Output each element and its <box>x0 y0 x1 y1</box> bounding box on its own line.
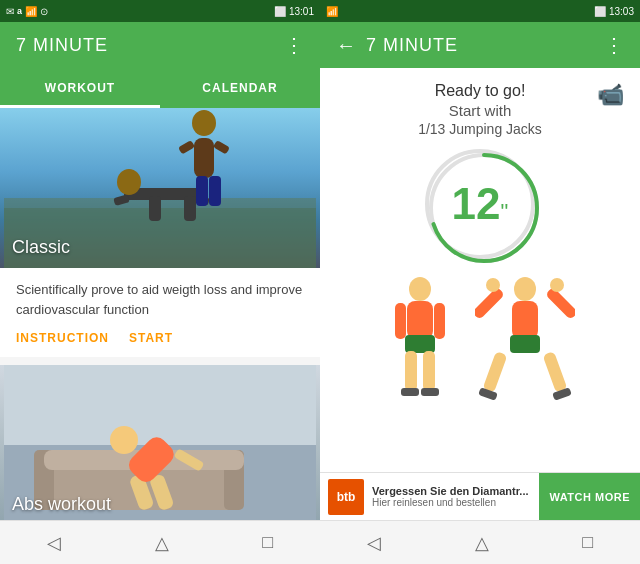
left-home-button[interactable]: △ <box>155 532 169 554</box>
right-home-button[interactable]: △ <box>475 532 489 554</box>
left-tab-bar: WORKOUT CALENDAR <box>0 68 320 108</box>
right-status-right: ⬜ 13:03 <box>594 6 634 17</box>
right-app-bar-left: ← 7 MINUTE <box>336 34 458 57</box>
svg-point-3 <box>117 169 141 195</box>
svg-point-46 <box>550 278 564 292</box>
svg-rect-30 <box>434 303 445 339</box>
timer-svg <box>425 149 543 267</box>
watch-more-button[interactable]: WATCH MORE <box>539 473 640 520</box>
svg-rect-34 <box>401 388 419 396</box>
right-workout-content: 📹 Ready to go! Start with 1/13 Jumping J… <box>320 68 640 472</box>
svg-point-27 <box>409 277 431 301</box>
classic-description: Scientifically prove to aid weigth loss … <box>0 268 320 327</box>
svg-point-23 <box>110 426 138 454</box>
right-back-button[interactable]: ◁ <box>367 532 381 554</box>
svg-rect-31 <box>405 335 435 353</box>
back-arrow-button[interactable]: ← <box>336 34 356 57</box>
svg-rect-39 <box>545 287 575 320</box>
amazon-icon: a <box>17 6 22 16</box>
svg-rect-11 <box>213 140 230 154</box>
abs-workout-card: Abs workout Get sexy flat and firm abdom… <box>0 365 320 520</box>
left-content: Classic Scientifically prove to aid weig… <box>0 108 320 520</box>
right-nav-bar: ◁ △ □ <box>320 520 640 564</box>
right-time: 13:03 <box>609 6 634 17</box>
start-with-text: Start with <box>449 102 512 119</box>
svg-rect-38 <box>475 287 505 320</box>
ad-banner: btb Vergessen Sie den Diamantr... Hier r… <box>320 472 640 520</box>
right-menu-button[interactable]: □ <box>582 532 593 553</box>
left-time: 13:01 <box>289 6 314 17</box>
classic-actions: INSTRUCTION START <box>0 327 320 357</box>
exercise-figures <box>385 277 575 472</box>
wifi-icon: ⊙ <box>40 6 48 17</box>
svg-rect-12 <box>196 176 208 206</box>
classic-label: Classic <box>12 237 70 258</box>
tab-workout[interactable]: WORKOUT <box>0 68 160 108</box>
right-app-title: 7 MINUTE <box>366 35 458 56</box>
exercise-name-text: 1/13 Jumping Jacks <box>418 121 542 137</box>
ad-subtitle: Hier reinlesen und bestellen <box>372 497 539 508</box>
left-menu-button[interactable]: □ <box>262 532 273 553</box>
ready-text: Ready to go! <box>435 82 526 100</box>
figure-jumping <box>475 277 575 417</box>
tab-calendar[interactable]: CALENDAR <box>160 68 320 108</box>
left-status-icons: ✉ a 📶 ⊙ <box>6 6 48 17</box>
left-app-bar: 7 MINUTE ⋮ <box>0 22 320 68</box>
svg-rect-6 <box>184 196 196 221</box>
figure-standing <box>385 277 455 417</box>
left-panel: ✉ a 📶 ⊙ ⬜ 13:01 7 MINUTE ⋮ WORKOUT CALEN… <box>0 0 320 564</box>
right-sim-icon: 📶 <box>326 6 338 17</box>
envelope-icon: ✉ <box>6 6 14 17</box>
right-more-button[interactable]: ⋮ <box>604 33 624 57</box>
svg-rect-7 <box>149 196 161 221</box>
svg-rect-28 <box>407 301 433 339</box>
ad-logo: btb <box>328 479 364 515</box>
svg-rect-10 <box>178 140 195 154</box>
right-app-bar: ← 7 MINUTE ⋮ <box>320 22 640 68</box>
timer-circle: 12 " <box>425 149 535 259</box>
left-back-button[interactable]: ◁ <box>47 532 61 554</box>
ad-title: Vergessen Sie den Diamantr... <box>372 485 539 497</box>
svg-point-45 <box>486 278 500 292</box>
right-battery-icon: ⬜ <box>594 6 606 17</box>
ad-text-container: Vergessen Sie den Diamantr... Hier reinl… <box>372 485 539 508</box>
left-nav-bar: ◁ △ □ <box>0 520 320 564</box>
classic-workout-card: Classic Scientifically prove to aid weig… <box>0 108 320 357</box>
left-more-button[interactable]: ⋮ <box>284 33 304 57</box>
svg-rect-8 <box>194 138 214 178</box>
right-panel: 📶 ⬜ 13:03 ← 7 MINUTE ⋮ 📹 Ready to go! St… <box>320 0 640 564</box>
classic-workout-image: Classic <box>0 108 320 268</box>
left-status-bar: ✉ a 📶 ⊙ ⬜ 13:01 <box>0 0 320 22</box>
right-status-icons: 📶 <box>326 6 338 17</box>
svg-rect-33 <box>423 351 435 391</box>
battery-icon: ⬜ <box>274 6 286 17</box>
abs-label: Abs workout <box>12 494 111 515</box>
svg-rect-35 <box>421 388 439 396</box>
svg-point-9 <box>192 110 216 136</box>
camera-icon[interactable]: 📹 <box>597 82 624 108</box>
svg-rect-32 <box>405 351 417 391</box>
left-app-title: 7 MINUTE <box>16 35 108 56</box>
svg-rect-40 <box>510 335 540 353</box>
svg-rect-42 <box>543 351 568 393</box>
svg-point-36 <box>514 277 536 301</box>
svg-rect-13 <box>209 176 221 206</box>
right-status-bar: 📶 ⬜ 13:03 <box>320 0 640 22</box>
left-status-right: ⬜ 13:01 <box>274 6 314 17</box>
classic-instruction-button[interactable]: INSTRUCTION <box>16 331 109 345</box>
classic-start-button[interactable]: START <box>129 331 173 345</box>
sim-icon: 📶 <box>25 6 37 17</box>
svg-rect-37 <box>512 301 538 339</box>
svg-rect-29 <box>395 303 406 339</box>
svg-rect-41 <box>483 351 508 393</box>
abs-workout-image: Abs workout <box>0 365 320 520</box>
